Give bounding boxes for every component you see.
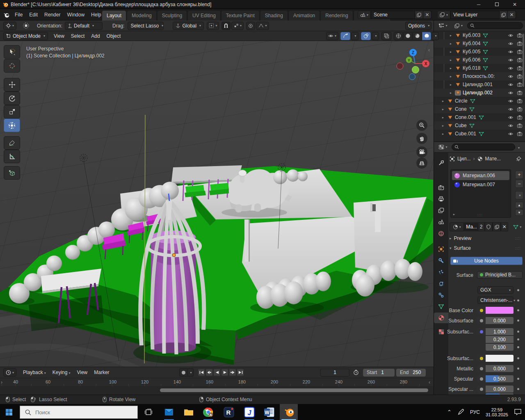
current-frame-field[interactable]: 1 xyxy=(320,369,349,377)
workspace-tab[interactable]: Rendering xyxy=(320,10,353,21)
timeline-left-expand-icon[interactable]: › xyxy=(1,379,2,385)
new-material-copy-button[interactable] xyxy=(493,222,501,231)
tab-modifiers[interactable] xyxy=(434,255,448,266)
workspace-tab[interactable]: Sculpting xyxy=(157,10,187,21)
disable-in-renders-camera-icon[interactable] xyxy=(517,98,523,103)
material-slot[interactable]: Материал.007 xyxy=(452,180,509,189)
proportional-falloff-dropdown[interactable] xyxy=(256,22,269,30)
tab-object[interactable] xyxy=(434,244,448,254)
expand-arrow-icon[interactable]: ▸ xyxy=(450,91,455,95)
new-scene-button[interactable] xyxy=(415,11,423,19)
transform-orientation-dropdown[interactable]: Global xyxy=(173,22,204,30)
hide-in-viewport-eye-icon[interactable] xyxy=(508,115,514,120)
workspace-tab[interactable]: Shading xyxy=(260,10,288,21)
timeline-menu-item[interactable]: View xyxy=(73,370,91,375)
rendered-shading-button[interactable] xyxy=(422,32,431,40)
expand-arrow-icon[interactable]: ▸ xyxy=(450,50,455,54)
blender-menu-logo-icon[interactable] xyxy=(3,12,9,18)
pivot-point-dropdown[interactable] xyxy=(207,22,219,30)
overlays-dropdown[interactable] xyxy=(372,32,379,40)
mode-dropdown[interactable]: Object Mode xyxy=(3,32,48,40)
workspace-tab[interactable]: Layout xyxy=(102,10,126,21)
expand-arrow-icon[interactable]: ▸ xyxy=(450,83,455,87)
outliner-row[interactable]: ▸ Цилиндр.001 xyxy=(434,80,525,89)
3d-viewport[interactable]: User Perspective (1) Scene Collection | … xyxy=(0,41,434,367)
surface-shader-button[interactable]: Principled B... xyxy=(477,271,523,278)
expand-arrow-icon[interactable]: ▸ xyxy=(442,124,447,128)
disable-in-renders-camera-icon[interactable] xyxy=(517,82,523,87)
material-slot[interactable]: Материал.006 xyxy=(452,171,509,180)
disable-in-renders-camera-icon[interactable] xyxy=(517,90,523,95)
play-reverse-button[interactable] xyxy=(213,369,221,376)
workspace-tab[interactable]: Animation xyxy=(288,10,320,21)
outliner-row[interactable]: ▸ Cone xyxy=(434,105,525,113)
hide-in-viewport-eye-icon[interactable] xyxy=(508,58,514,62)
outliner-row[interactable]: ▸ Куб.018 xyxy=(434,64,525,72)
collapse-sidebar-icon[interactable]: ‹ xyxy=(428,47,430,53)
rotate-tool-button[interactable] xyxy=(4,91,20,105)
3d-cursor-tool-button[interactable] xyxy=(4,59,20,73)
outliner-row[interactable]: ▸ Куб.006 xyxy=(434,56,525,64)
mail-app-icon[interactable] xyxy=(160,404,178,420)
show-hidden-icons-chevron[interactable]: ⌃ xyxy=(447,409,452,415)
expand-arrow-icon[interactable]: ▸ xyxy=(450,42,455,46)
jump-to-end-button[interactable] xyxy=(237,369,244,376)
subsurface-method-dropdown[interactable]: Christensen-... xyxy=(477,297,514,304)
shading-dropdown[interactable] xyxy=(431,32,439,40)
timeline-menu-item[interactable]: Marker xyxy=(91,370,112,375)
metallic-value-field[interactable]: 0.000 xyxy=(486,365,514,372)
remove-view-layer-button[interactable]: ✕ xyxy=(508,11,516,19)
scene-browse-button[interactable] xyxy=(358,11,371,19)
tab-scene[interactable] xyxy=(434,217,448,227)
menu-item[interactable]: Window xyxy=(64,9,88,21)
breadcrumb-material[interactable]: Мате... xyxy=(485,156,501,162)
solid-shading-button[interactable] xyxy=(403,32,412,40)
snap-to-dropdown[interactable] xyxy=(231,22,244,30)
properties-search-field[interactable] xyxy=(452,144,515,151)
add-material-slot-button[interactable]: + xyxy=(515,171,523,179)
workspace-tab[interactable]: Texture Paint xyxy=(221,10,260,21)
specular-tint-field[interactable]: 0.000 xyxy=(486,386,514,393)
drag-dropdown[interactable]: Select Lasso xyxy=(128,22,164,30)
maximize-button[interactable] xyxy=(489,0,504,9)
hide-in-viewport-eye-icon[interactable] xyxy=(508,91,514,95)
file-explorer-icon[interactable] xyxy=(180,404,198,420)
tab-constraints[interactable] xyxy=(434,290,448,300)
record-auto-key-button[interactable] xyxy=(179,368,187,377)
browse-material-button[interactable] xyxy=(450,222,464,231)
outliner-row[interactable]: ▸ Куб.005 xyxy=(434,48,525,56)
outliner-search-field[interactable] xyxy=(467,22,523,29)
start-button[interactable] xyxy=(0,404,18,420)
list-resize-grip-icon[interactable]: :::: xyxy=(477,213,483,217)
outliner-editor-type-dropdown[interactable] xyxy=(436,22,450,30)
viewport-menu-item[interactable]: View xyxy=(50,33,68,39)
r-app-icon[interactable]: R xyxy=(220,404,238,420)
hide-in-viewport-eye-icon[interactable] xyxy=(508,41,514,46)
add-cube-tool-button[interactable] xyxy=(4,166,20,180)
material-name-field[interactable]: Ма... xyxy=(464,222,477,231)
use-preview-range-clock-icon[interactable] xyxy=(352,368,360,377)
hide-in-viewport-eye-icon[interactable] xyxy=(508,50,514,54)
surface-panel-header[interactable]: ▾ Surface :::: xyxy=(450,245,523,251)
options-dropdown[interactable]: Options xyxy=(405,22,431,30)
xray-toggle[interactable] xyxy=(381,32,391,40)
hide-in-viewport-eye-icon[interactable] xyxy=(508,107,514,112)
move-slot-up-button[interactable]: ▲ xyxy=(515,202,523,208)
proportional-editing-toggle-icon[interactable] xyxy=(246,22,255,30)
new-view-layer-button[interactable] xyxy=(500,11,508,19)
specular-slider[interactable]: 0.500 xyxy=(486,375,514,382)
subsurface-value-field[interactable]: 0.000 xyxy=(486,317,514,324)
measure-tool-button[interactable] xyxy=(4,150,20,163)
scene-name-field[interactable]: Scene xyxy=(371,11,415,19)
slot-list-expand-icon[interactable]: ▸ xyxy=(453,212,455,216)
expand-arrow-icon[interactable]: ▸ xyxy=(450,75,455,78)
zoom-button[interactable] xyxy=(416,120,427,131)
menu-item[interactable]: File xyxy=(11,9,26,21)
expand-arrow-icon[interactable]: ▸ xyxy=(442,107,447,111)
jump-to-start-button[interactable] xyxy=(198,369,205,376)
orientation-gizmo-icon[interactable] xyxy=(21,22,31,30)
select-box-tool-button[interactable] xyxy=(4,45,20,59)
hide-in-viewport-eye-icon[interactable] xyxy=(508,132,514,136)
word-icon[interactable]: W xyxy=(260,404,278,420)
tab-output[interactable] xyxy=(434,194,448,204)
